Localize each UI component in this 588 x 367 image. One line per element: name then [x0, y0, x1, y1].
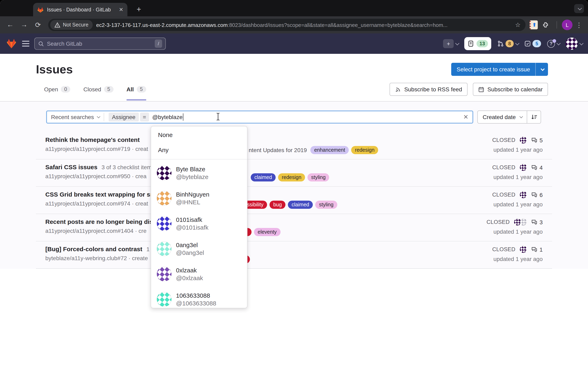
comments-count[interactable]: 5 [531, 137, 543, 143]
label-pill[interactable]: redesign [351, 146, 378, 154]
comment-count-value: 5 [539, 137, 543, 143]
dropdown-option-none[interactable]: None [151, 128, 247, 142]
tab-search-button[interactable] [574, 4, 584, 13]
tab-title: Issues · Dashboard · GitLab [47, 7, 116, 12]
mr-count-badge: 8 [505, 40, 514, 47]
new-tab-button[interactable]: + [133, 4, 145, 15]
dropdown-user-item[interactable]: 1063633088 @1063633088 [151, 287, 247, 308]
label-pill[interactable]: enhancement [311, 146, 349, 154]
create-dropdown-toggle[interactable] [536, 63, 548, 76]
user-username: @byteblaze [176, 173, 208, 181]
assignee-avatars[interactable] [514, 218, 527, 225]
not-secure-chip[interactable]: Not Secure [50, 20, 93, 30]
tab-closed[interactable]: Closed 5 [83, 78, 113, 100]
dropdown-option-any[interactable]: Any [151, 143, 247, 157]
label-pill[interactable]: claimed [251, 173, 276, 182]
filter-token-value[interactable]: @byteblaze [152, 114, 182, 120]
user-avatar [566, 38, 578, 50]
create-new-menu[interactable]: + [443, 39, 458, 48]
comments-count[interactable]: 4 [531, 164, 543, 171]
issue-title[interactable]: Rethink the homepage's content [45, 136, 140, 143]
select-project-button[interactable]: Select project to create issue [451, 63, 536, 76]
issue-title[interactable]: Safari CSS issues [45, 164, 97, 170]
browser-tab[interactable]: Issues · Dashboard · GitLab ✕ [33, 3, 127, 16]
menu-hamburger-icon[interactable] [22, 39, 29, 48]
label-pill[interactable]: redesign [278, 173, 305, 182]
address-bar[interactable]: Not Secure ec2-3-137-176-117.us-east-2.c… [48, 19, 526, 31]
issue-tags: ntent Updates for 2019 enhancement redes… [249, 146, 378, 154]
nav-issues-button[interactable]: 13 [465, 37, 491, 50]
dropdown-user-item[interactable]: Byte Blaze @byteblaze [151, 160, 247, 185]
assignee-avatar[interactable] [520, 137, 527, 143]
reload-button[interactable]: ⟳ [32, 19, 44, 31]
back-button[interactable]: ← [4, 19, 16, 31]
user-name: BinhNguyen [176, 191, 209, 198]
filtered-search-bar[interactable]: Recent searches Assignee = @byteblaze ✕ [46, 110, 473, 124]
issue-row[interactable]: CSS Grid breaks text wrapping for sma a1… [36, 187, 552, 214]
dropdown-user-item[interactable]: 0xlzaak @0xlzaak [151, 261, 247, 287]
extension-icon[interactable]: ⬆ [530, 20, 538, 29]
extensions-puzzle-icon[interactable] [539, 19, 552, 31]
filter-token-name[interactable]: Assignee [109, 113, 139, 122]
label-pill[interactable]: bug [270, 201, 286, 209]
recent-searches-dropdown[interactable]: Recent searches [51, 114, 99, 120]
filter-token-operator[interactable]: = [140, 113, 149, 122]
create-issue-split-button[interactable]: Select project to create issue [451, 63, 548, 76]
sort-field-dropdown[interactable]: Created date [477, 110, 527, 124]
assignee-avatar[interactable] [520, 246, 527, 253]
browser-menu-icon[interactable]: ⋮ [574, 21, 584, 29]
issue-title[interactable]: [Bug] Forced-colors and contrast [45, 245, 142, 252]
user-avatar [157, 216, 172, 231]
chevron-down-icon [540, 67, 545, 71]
assignee-avatar[interactable] [520, 164, 527, 171]
comments-count[interactable]: 3 [531, 219, 543, 225]
filter-divider [104, 113, 104, 121]
issue-row[interactable]: Safari CSS issues3 of 3 checklist item a… [36, 159, 552, 187]
tab-all[interactable]: All 5 [127, 78, 146, 100]
comment-count-value: 6 [539, 192, 543, 198]
forward-button[interactable]: → [18, 19, 30, 31]
subscribe-calendar-button[interactable]: Subscribe to calendar [473, 83, 548, 96]
dropdown-user-item[interactable]: 0101isafk @0101isafk [151, 211, 247, 236]
user-username: @0ang3el [176, 249, 204, 257]
gitlab-favicon [37, 6, 44, 13]
label-pill[interactable]: styling [307, 173, 329, 182]
sort-direction-button[interactable] [527, 110, 541, 124]
dropdown-user-item[interactable]: 0ang3el @0ang3el [151, 236, 247, 261]
issues-list-section: Recent searches Assignee = @byteblaze ✕ … [0, 101, 588, 269]
gitlab-search-box[interactable]: / [34, 38, 166, 50]
profile-initial: L [566, 22, 569, 28]
issue-title[interactable]: Recent posts are no longer being disp [45, 218, 156, 225]
comments-count[interactable]: 6 [531, 192, 543, 198]
issue-title[interactable]: CSS Grid breaks text wrapping for sma [45, 191, 159, 198]
user-avatar [157, 166, 172, 180]
dropdown-user-item[interactable]: BinhNguyen @IHNEL [151, 185, 247, 211]
search-input[interactable] [47, 41, 152, 47]
subscribe-rss-button[interactable]: Subscribe to RSS feed [389, 83, 467, 96]
assignee-avatar[interactable] [520, 191, 527, 198]
tab-open[interactable]: Open 0 [44, 78, 70, 100]
issue-row[interactable]: Rethink the homepage's content a11yproje… [36, 132, 552, 159]
updated-timestamp: updated 1 year ago [492, 256, 543, 262]
tab-close-icon[interactable]: ✕ [119, 7, 123, 13]
issue-tags: ssibility bug claimed styling [243, 201, 337, 209]
gitlab-logo[interactable] [6, 38, 17, 49]
nav-user-menu[interactable] [566, 38, 582, 50]
comments-count[interactable]: 1 [531, 246, 543, 253]
issue-row[interactable]: [Bug] Forced-colors and contrast1 o byte… [36, 242, 552, 269]
text-cursor-pointer [216, 113, 221, 122]
nav-todos-button[interactable]: 5 [525, 40, 541, 47]
nav-merge-requests-button[interactable]: 8 [497, 40, 518, 47]
issue-row[interactable]: Recent posts are no longer being disp a1… [36, 214, 552, 242]
tab-count-badge: 0 [61, 86, 70, 92]
browser-profile-avatar[interactable]: L [562, 20, 572, 30]
clear-filter-icon[interactable]: ✕ [463, 113, 468, 121]
bookmark-star-icon[interactable]: ☆ [515, 21, 521, 29]
user-username: @0xlzaak [176, 274, 203, 282]
label-pill[interactable]: eleventy [254, 228, 280, 236]
nav-help-menu[interactable]: ? [547, 40, 559, 48]
label-pill[interactable]: claimed [288, 201, 313, 209]
label-pill[interactable]: styling [315, 201, 337, 209]
sort-descending-icon [531, 114, 537, 120]
browser-window: Issues · Dashboard · GitLab ✕ + ← → ⟳ No… [0, 0, 588, 367]
